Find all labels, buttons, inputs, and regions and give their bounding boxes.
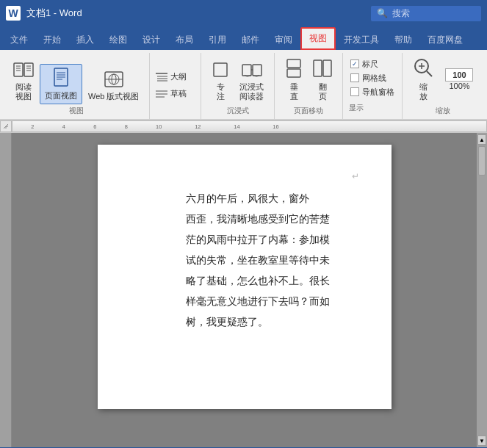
web-view-label: Web 版式视图	[88, 92, 139, 101]
vertical-ruler-area	[0, 133, 12, 447]
search-box[interactable]: 🔍 搜索	[371, 6, 481, 21]
svg-text:14: 14	[234, 124, 239, 131]
focus-button[interactable]: 专注	[207, 59, 234, 104]
zoom-group-items: 缩放 100 100%	[408, 54, 477, 104]
zoom-group: 缩放 100 100% 缩放	[403, 53, 483, 119]
svg-text:16: 16	[273, 124, 278, 131]
immersive-reader-button[interactable]: 沉浸式阅读器	[235, 59, 268, 104]
horizontal-ruler: 2 4 6 8 10 12 14 16	[12, 120, 487, 132]
svg-rect-1	[24, 63, 33, 76]
tab-insert[interactable]: 插入	[69, 30, 101, 50]
svg-rect-28	[287, 69, 300, 77]
tab-help[interactable]: 帮助	[387, 30, 419, 50]
immersive-group: 专注 沉浸式阅读器 沉浸式	[201, 53, 275, 119]
tab-developer[interactable]: 开发工具	[336, 30, 386, 50]
text-line-6: 样毫无意义地进行下去吗？而如	[186, 292, 355, 312]
outline-button[interactable]: 大纲	[153, 70, 198, 84]
ruler-marks: 2 4 6 8 10 12 14 16	[15, 121, 483, 131]
text-line-5: 略了基础，怎么也补不上。很长	[186, 271, 355, 292]
navpane-label: 导航窗格	[362, 87, 394, 98]
tab-layout[interactable]: 布局	[168, 30, 201, 50]
pagemove-group: 垂直 翻页 页面移动	[275, 53, 343, 119]
scroll-down-button[interactable]: ▼	[477, 436, 486, 446]
document-text[interactable]: 六月的午后，风很大，窗外 西歪，我清晰地感受到它的苦楚 茫的风雨中拉开了内幕：参…	[186, 189, 355, 333]
immersive-reader-icon	[242, 62, 262, 81]
svg-rect-30	[323, 60, 331, 76]
ribbon-tabs: 文件 开始 插入 绘图 设计 布局 引用 邮件 审阅 视图 开发工具 帮助 百度…	[0, 26, 487, 50]
vertical-scrollbar[interactable]: ▲ ▼	[477, 133, 487, 447]
flip-page-button[interactable]: 翻页	[309, 56, 336, 104]
web-view-button[interactable]: Web 版式视图	[84, 68, 143, 104]
title-text: 文档1 - Word	[26, 7, 371, 20]
svg-text:4: 4	[62, 124, 65, 131]
svg-rect-0	[14, 63, 23, 76]
svg-rect-25	[242, 65, 251, 76]
page-view-button[interactable]: 页面视图	[40, 64, 82, 104]
text-line-3: 茫的风雨中拉开了内幕：参加模	[186, 230, 355, 250]
svg-text:6: 6	[93, 124, 96, 131]
view-group: 阅读视图 页面视图 Web 版式视图 视图	[3, 53, 150, 119]
page-view-icon	[53, 68, 69, 90]
text-line-2: 西歪，我清晰地感受到它的苦楚	[186, 209, 355, 230]
immersive-group-items: 专注 沉浸式阅读器	[207, 54, 268, 104]
document-area: ↵ 六月的午后，风很大，窗外 西歪，我清晰地感受到它的苦楚 茫的风雨中拉开了内幕…	[0, 133, 487, 447]
svg-rect-24	[214, 63, 227, 76]
tab-mailings[interactable]: 邮件	[234, 30, 267, 50]
zoom-percent-button[interactable]: 100 100%	[441, 65, 477, 94]
word-logo: W	[6, 6, 21, 21]
svg-rect-29	[314, 60, 322, 76]
document-page: ↵ 六月的午后，风很大，窗外 西歪，我清晰地感受到它的苦楚 茫的风雨中拉开了内幕…	[98, 145, 392, 409]
text-line-7: 树，我更疑惑了。	[186, 312, 355, 333]
display-group: 标尺 网格线 导航窗格 显示	[343, 53, 403, 119]
read-view-button[interactable]: 阅读视图	[9, 59, 38, 104]
tab-baidu[interactable]: 百度网盘	[420, 30, 470, 50]
focus-label: 专注	[217, 82, 225, 101]
vertical-button[interactable]: 垂直	[281, 56, 307, 104]
outline-group: 大纲 草稿	[150, 53, 201, 119]
navpane-check[interactable]: 导航窗格	[349, 86, 396, 98]
zoom-percent-label: 100%	[449, 82, 469, 91]
focus-icon	[212, 62, 228, 81]
svg-text:10: 10	[156, 124, 162, 131]
ruler-row: 2 4 6 8 10 12 14 16	[0, 120, 487, 133]
scroll-thumb[interactable]	[478, 146, 486, 176]
text-line-4: 试的失常，坐在教室里等待中未	[186, 250, 355, 271]
search-icon: 🔍	[377, 8, 388, 18]
document-scroll-area[interactable]: ↵ 六月的午后，风很大，窗外 西歪，我清晰地感受到它的苦楚 茫的风雨中拉开了内幕…	[12, 133, 477, 447]
scroll-up-button[interactable]: ▲	[477, 134, 486, 145]
ribbon-content: 阅读视图 页面视图 Web 版式视图 视图 大纲	[0, 50, 487, 120]
tab-review[interactable]: 审阅	[267, 30, 300, 50]
zoom-icon	[413, 57, 433, 81]
tab-references[interactable]: 引用	[201, 30, 234, 50]
draft-button[interactable]: 草稿	[153, 87, 198, 101]
zoom-button[interactable]: 缩放	[408, 54, 438, 104]
tab-design[interactable]: 设计	[135, 30, 167, 50]
tab-home[interactable]: 开始	[36, 30, 68, 50]
svg-rect-35	[15, 121, 483, 131]
gridlines-check[interactable]: 网格线	[349, 72, 388, 84]
ruler-check[interactable]: 标尺	[349, 58, 380, 71]
pagemove-group-label: 页面移动	[294, 106, 323, 116]
outline-label: 大纲	[170, 71, 187, 82]
tab-file[interactable]: 文件	[3, 30, 35, 50]
immersive-group-label: 沉浸式	[227, 106, 249, 116]
draft-label: 草稿	[170, 88, 187, 99]
title-bar: W 文档1 - Word 🔍 搜索	[0, 0, 487, 26]
ruler-label: 标尺	[362, 59, 378, 70]
vertical-label: 垂直	[290, 82, 298, 101]
tab-view[interactable]: 视图	[300, 27, 336, 50]
page-view-label: 页面视图	[45, 91, 77, 101]
ruler-checkbox	[350, 59, 359, 68]
zoom-percent-display: 100	[445, 68, 473, 82]
svg-text:12: 12	[195, 124, 201, 131]
svg-line-32	[427, 71, 432, 76]
gridlines-checkbox	[350, 73, 359, 82]
svg-rect-27	[287, 59, 300, 68]
zoom-label: 缩放	[419, 82, 428, 101]
vertical-icon	[286, 59, 302, 81]
flip-page-label: 翻页	[319, 82, 327, 101]
tab-draw[interactable]: 绘图	[102, 30, 134, 50]
svg-text:2: 2	[31, 124, 34, 131]
view-group-label: 视图	[69, 106, 84, 116]
draft-icon	[156, 89, 167, 99]
